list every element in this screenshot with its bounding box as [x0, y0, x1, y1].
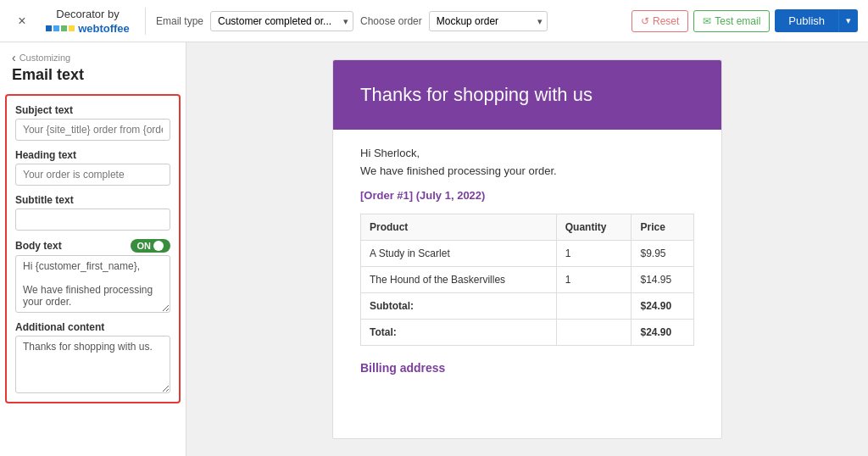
total-row: Total:$24.90 — [361, 320, 694, 346]
email-header-title: Thanks for shopping with us — [360, 84, 694, 106]
back-button[interactable]: ‹ — [12, 51, 16, 64]
additional-label: Additional content — [15, 321, 170, 333]
reset-button[interactable]: ↺ Reset — [632, 10, 688, 32]
logo-sq-blue-dark — [46, 25, 52, 31]
logo-squares — [46, 25, 75, 31]
toggle-circle — [153, 241, 164, 251]
publish-group: Publish ▾ — [775, 9, 858, 32]
heading-input[interactable] — [15, 164, 170, 186]
email-icon: ✉ — [703, 15, 711, 27]
subtotal-row: Subtotal:$24.90 — [361, 293, 694, 320]
logo-sq-yellow — [69, 25, 75, 31]
additional-textarea[interactable] — [15, 336, 170, 393]
email-type-select[interactable]: Customer completed or... — [210, 11, 353, 31]
subtotal-empty — [556, 293, 632, 320]
table-header-row: Product Quantity Price — [361, 214, 694, 241]
total-label: Total: — [361, 320, 557, 346]
logo-sq-blue-light — [53, 25, 59, 31]
choose-order-wrapper: Mockup order — [429, 11, 548, 31]
sidebar: ‹ Customizing Email text Subject text He… — [0, 42, 186, 456]
body-toggle[interactable]: ON — [131, 239, 171, 253]
table-row: A Study in Scarlet1$9.95 — [361, 241, 694, 267]
email-body: Hi Sherlock, We have finished processing… — [333, 130, 721, 392]
reset-icon: ↺ — [641, 15, 649, 27]
reset-label: Reset — [653, 15, 679, 27]
table-cell: 1 — [556, 241, 632, 267]
close-button[interactable]: × — [10, 9, 34, 33]
col-quantity: Quantity — [556, 214, 632, 241]
breadcrumb: ‹ Customizing — [0, 42, 186, 66]
subtitle-group: Subtitle text — [15, 194, 170, 231]
billing-title: Billing address — [360, 361, 694, 375]
col-product: Product — [361, 214, 557, 241]
heading-group: Heading text — [15, 149, 170, 186]
additional-group: Additional content — [15, 321, 170, 393]
toggle-label: ON — [137, 241, 152, 251]
heading-label: Heading text — [15, 149, 170, 161]
subject-group: Subject text — [15, 104, 170, 141]
table-cell: 1 — [556, 267, 632, 293]
body-row: Body text ON — [15, 239, 170, 253]
subtitle-label: Subtitle text — [15, 194, 170, 206]
table-row: The Hound of the Baskervilles1$14.95 — [361, 267, 694, 293]
email-header: Thanks for shopping with us — [333, 60, 721, 130]
preview-area: Thanks for shopping with us Hi Sherlock,… — [186, 42, 868, 456]
publish-button[interactable]: Publish — [775, 9, 838, 32]
topbar-controls: Email type Customer completed or... Choo… — [156, 11, 621, 31]
sidebar-form: Subject text Heading text Subtitle text … — [5, 94, 181, 403]
brand-name: webtoffee — [78, 22, 130, 35]
subtitle-input[interactable] — [15, 209, 170, 231]
logo-sq-green — [61, 25, 67, 31]
email-type-wrapper: Customer completed or... — [210, 11, 353, 31]
body-textarea[interactable] — [15, 255, 170, 313]
email-message: We have finished processing your order. — [360, 164, 694, 177]
test-email-label: Test email — [715, 15, 760, 27]
choose-order-label: Choose order — [360, 15, 422, 27]
brand: Decorator by webtoffee — [44, 8, 146, 35]
brand-title: Decorator by — [56, 8, 119, 20]
email-type-label: Email type — [156, 15, 203, 27]
order-table: Product Quantity Price A Study in Scarle… — [360, 214, 694, 346]
table-cell: $14.95 — [632, 267, 694, 293]
table-cell: A Study in Scarlet — [361, 241, 557, 267]
email-card: Thanks for shopping with us Hi Sherlock,… — [332, 59, 722, 439]
main: ‹ Customizing Email text Subject text He… — [0, 42, 868, 456]
email-order-link[interactable]: [Order #1] (July 1, 2022) — [360, 189, 694, 202]
subject-input[interactable] — [15, 119, 170, 141]
subtotal-label: Subtotal: — [361, 293, 557, 320]
table-cell: $9.95 — [632, 241, 694, 267]
body-label: Body text — [15, 240, 62, 252]
subtotal-value: $24.90 — [632, 293, 694, 320]
body-group: Body text ON — [15, 239, 170, 313]
total-empty — [556, 320, 632, 346]
total-value: $24.90 — [632, 320, 694, 346]
topbar-actions: ↺ Reset ✉ Test email Publish ▾ — [632, 9, 858, 32]
test-email-button[interactable]: ✉ Test email — [693, 10, 770, 32]
subject-label: Subject text — [15, 104, 170, 116]
choose-order-select[interactable]: Mockup order — [429, 11, 548, 31]
brand-logo: webtoffee — [46, 22, 130, 35]
col-price: Price — [632, 214, 694, 241]
publish-arrow-button[interactable]: ▾ — [838, 9, 858, 32]
table-cell: The Hound of the Baskervilles — [361, 267, 557, 293]
breadcrumb-text: Customizing — [19, 53, 71, 63]
email-greeting: Hi Sherlock, — [360, 147, 694, 159]
sidebar-title: Email text — [0, 66, 186, 94]
topbar: × Decorator by webtoffee Email type Cust… — [0, 0, 868, 42]
